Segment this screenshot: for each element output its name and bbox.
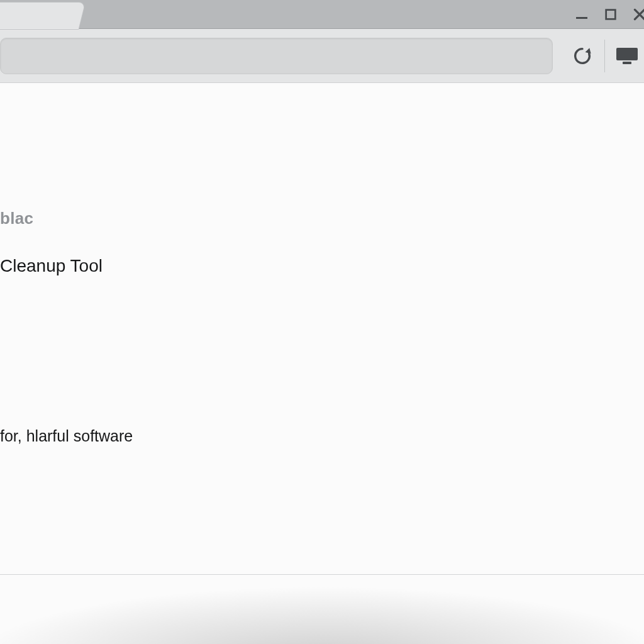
cast-icon bbox=[615, 47, 639, 65]
svg-rect-3 bbox=[616, 48, 638, 60]
maximize-icon bbox=[604, 8, 618, 21]
window-close-button[interactable] bbox=[625, 0, 644, 29]
svg-rect-4 bbox=[623, 62, 631, 64]
page-title: Cleanup Tool bbox=[0, 256, 644, 276]
active-tab-edge[interactable] bbox=[0, 3, 85, 29]
cast-button[interactable] bbox=[609, 38, 644, 74]
tabstrip bbox=[0, 0, 644, 29]
page-description: for, hlarful software bbox=[0, 427, 644, 445]
window-maximize-button[interactable] bbox=[596, 0, 625, 29]
reload-button[interactable] bbox=[564, 38, 601, 74]
browser-toolbar bbox=[0, 29, 644, 83]
reload-icon bbox=[572, 45, 593, 67]
svg-rect-1 bbox=[606, 9, 616, 19]
toolbar-separator bbox=[604, 40, 605, 72]
section-small-label: blac bbox=[0, 209, 644, 228]
window-minimize-button[interactable] bbox=[567, 0, 596, 29]
close-icon bbox=[631, 6, 644, 23]
address-bar[interactable] bbox=[0, 38, 553, 74]
svg-rect-0 bbox=[576, 17, 587, 19]
minimize-icon bbox=[574, 7, 589, 22]
horizontal-divider bbox=[0, 574, 644, 575]
page-content: blac Cleanup Tool for, hlarful software bbox=[0, 83, 644, 644]
